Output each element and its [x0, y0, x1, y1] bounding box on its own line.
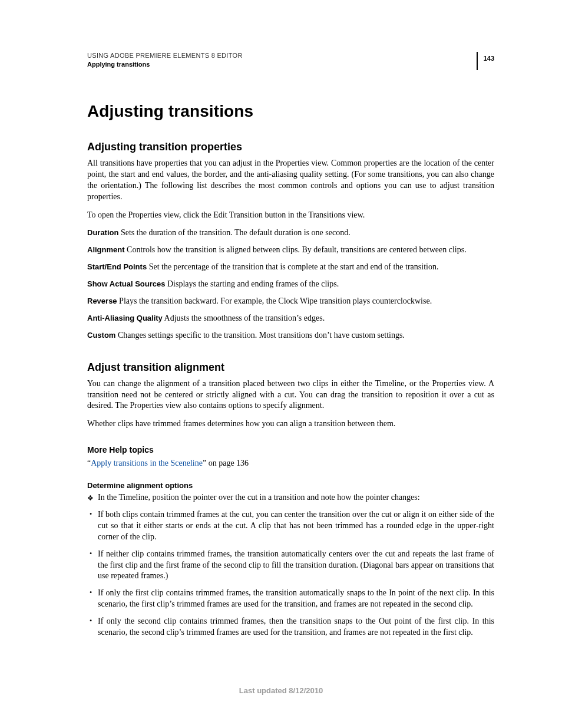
prop-show-actual: Show Actual Sources Displays the startin…	[87, 279, 494, 290]
prop-term: Start/End Points	[87, 262, 147, 271]
prop-term: Duration	[87, 228, 118, 237]
diamond-icon: ❖	[87, 493, 94, 503]
lead-text: In the Timeline, position the pointer ov…	[98, 493, 420, 502]
prop-anti-aliasing: Anti-Aliasing Quality Adjusts the smooth…	[87, 313, 494, 324]
list-item: If only the first clip contains trimmed …	[87, 588, 494, 610]
prop-desc: Plays the transition backward. For examp…	[119, 297, 432, 305]
prop-desc: Controls how the transition is aligned b…	[127, 245, 467, 254]
header-product: USING ADOBE PREMIERE ELEMENTS 8 EDITOR	[87, 52, 477, 59]
header-left: USING ADOBE PREMIERE ELEMENTS 8 EDITOR A…	[87, 52, 477, 68]
prop-desc: Displays the starting and ending frames …	[167, 279, 339, 288]
xref-link[interactable]: Apply transitions in the Sceneline	[91, 459, 203, 467]
prop-reverse: Reverse Plays the transition backward. F…	[87, 296, 494, 307]
prop-term: Reverse	[87, 297, 117, 305]
prop-term: Anti-Aliasing Quality	[87, 314, 163, 322]
page-number: 143	[477, 52, 494, 70]
prop-term: Custom	[87, 331, 115, 340]
more-help-heading: More Help topics	[87, 445, 494, 454]
list-item: If both clips contain trimmed frames at …	[87, 509, 494, 543]
page: USING ADOBE PREMIERE ELEMENTS 8 EDITOR A…	[0, 0, 562, 728]
list-item: If only the second clip contains trimmed…	[87, 616, 494, 638]
section-1-para-1: All transitions have properties that you…	[87, 158, 494, 203]
prop-term: Alignment	[87, 245, 125, 254]
prop-term: Show Actual Sources	[87, 279, 165, 288]
prop-desc: Set the percentage of the transition tha…	[149, 262, 439, 271]
prop-alignment: Alignment Controls how the transition is…	[87, 245, 494, 256]
section-2-para-1: You can change the alignment of a transi…	[87, 378, 494, 412]
prop-desc: Changes settings specific to the transit…	[118, 331, 405, 340]
determine-alignment-heading: Determine alignment options	[87, 481, 494, 490]
section-2-title: Adjust transition alignment	[87, 361, 494, 374]
section-2-para-2: Whether clips have trimmed frames determ…	[87, 419, 494, 430]
prop-custom: Custom Changes settings specific to the …	[87, 330, 494, 341]
alignment-bullets: If both clips contain trimmed frames at …	[87, 509, 494, 638]
prop-desc: Adjusts the smoothness of the transition…	[164, 314, 325, 322]
header-section: Applying transitions	[87, 61, 477, 68]
page-title: Adjusting transitions	[87, 102, 494, 121]
lead-line: ❖ In the Timeline, position the pointer …	[87, 492, 494, 503]
prop-duration: Duration Sets the duration of the transi…	[87, 228, 494, 239]
xref-line: “Apply transitions in the Sceneline” on …	[87, 458, 494, 469]
prop-desc: Sets the duration of the transition. The…	[121, 228, 351, 237]
section-1-para-2: To open the Properties view, click the E…	[87, 210, 494, 221]
list-item: If neither clip contains trimmed frames,…	[87, 549, 494, 582]
page-header: USING ADOBE PREMIERE ELEMENTS 8 EDITOR A…	[87, 52, 494, 70]
prop-start-end: Start/End Points Set the percentage of t…	[87, 262, 494, 273]
xref-suffix: ” on page 136	[203, 459, 249, 467]
section-1-title: Adjusting transition properties	[87, 141, 494, 153]
footer-last-updated: Last updated 8/12/2010	[0, 686, 562, 695]
